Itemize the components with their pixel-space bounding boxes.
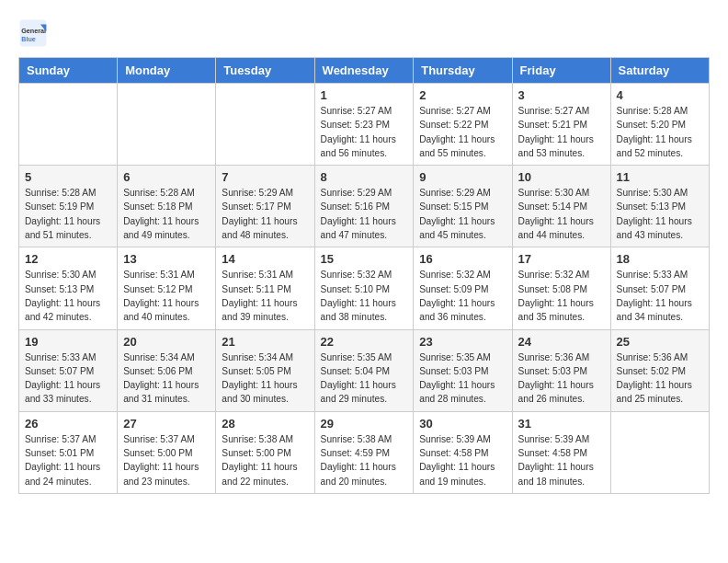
calendar-cell: 30 Sunrise: 5:39 AMSunset: 4:58 PMDaylig… xyxy=(414,411,512,493)
column-header-tuesday: Tuesday xyxy=(216,58,314,84)
column-header-friday: Friday xyxy=(512,58,610,84)
day-number: 16 xyxy=(419,252,506,266)
day-number: 22 xyxy=(321,335,408,349)
day-info: Sunrise: 5:33 AMSunset: 5:07 PMDaylight:… xyxy=(617,270,692,322)
day-info: Sunrise: 5:28 AMSunset: 5:18 PMDaylight:… xyxy=(123,188,199,240)
calendar-cell: 3 Sunrise: 5:27 AMSunset: 5:21 PMDayligh… xyxy=(512,84,610,166)
day-info: Sunrise: 5:35 AMSunset: 5:03 PMDaylight:… xyxy=(419,352,495,405)
day-number: 10 xyxy=(518,170,605,184)
day-info: Sunrise: 5:28 AMSunset: 5:20 PMDaylight:… xyxy=(617,106,692,158)
day-info: Sunrise: 5:34 AMSunset: 5:06 PMDaylight:… xyxy=(123,352,199,405)
day-info: Sunrise: 5:38 AMSunset: 5:00 PMDaylight:… xyxy=(222,434,297,487)
day-number: 27 xyxy=(123,417,210,431)
calendar-cell: 19 Sunrise: 5:33 AMSunset: 5:07 PMDaylig… xyxy=(19,329,118,411)
day-info: Sunrise: 5:29 AMSunset: 5:17 PMDaylight:… xyxy=(222,188,297,240)
day-info: Sunrise: 5:30 AMSunset: 5:14 PMDaylight:… xyxy=(518,188,594,240)
day-info: Sunrise: 5:36 AMSunset: 5:02 PMDaylight:… xyxy=(617,352,692,405)
calendar-cell: 16 Sunrise: 5:32 AMSunset: 5:09 PMDaylig… xyxy=(414,247,512,329)
calendar-week-row: 12 Sunrise: 5:30 AMSunset: 5:13 PMDaylig… xyxy=(19,247,710,329)
calendar-cell: 18 Sunrise: 5:33 AMSunset: 5:07 PMDaylig… xyxy=(610,247,709,329)
page-header: General Blue xyxy=(18,18,710,48)
day-number: 15 xyxy=(321,252,408,266)
calendar-week-row: 19 Sunrise: 5:33 AMSunset: 5:07 PMDaylig… xyxy=(19,329,710,411)
calendar-header-row: SundayMondayTuesdayWednesdayThursdayFrid… xyxy=(19,58,710,84)
day-info: Sunrise: 5:34 AMSunset: 5:05 PMDaylight:… xyxy=(222,352,297,405)
day-number: 29 xyxy=(321,417,408,431)
calendar-cell: 1 Sunrise: 5:27 AMSunset: 5:23 PMDayligh… xyxy=(314,84,414,166)
day-info: Sunrise: 5:39 AMSunset: 4:58 PMDaylight:… xyxy=(518,434,594,487)
logo-icon: General Blue xyxy=(18,18,48,48)
day-number: 19 xyxy=(25,335,111,349)
calendar-cell: 21 Sunrise: 5:34 AMSunset: 5:05 PMDaylig… xyxy=(216,329,314,411)
calendar-table: SundayMondayTuesdayWednesdayThursdayFrid… xyxy=(18,57,710,494)
calendar-cell xyxy=(610,411,709,493)
day-number: 14 xyxy=(222,252,308,266)
day-info: Sunrise: 5:29 AMSunset: 5:16 PMDaylight:… xyxy=(321,188,396,240)
svg-text:General: General xyxy=(21,27,46,35)
day-number: 5 xyxy=(25,170,111,184)
day-number: 17 xyxy=(518,252,605,266)
calendar-cell: 17 Sunrise: 5:32 AMSunset: 5:08 PMDaylig… xyxy=(512,247,610,329)
day-info: Sunrise: 5:31 AMSunset: 5:11 PMDaylight:… xyxy=(222,270,297,322)
calendar-cell: 29 Sunrise: 5:38 AMSunset: 4:59 PMDaylig… xyxy=(314,411,414,493)
calendar-cell: 26 Sunrise: 5:37 AMSunset: 5:01 PMDaylig… xyxy=(19,411,118,493)
day-info: Sunrise: 5:30 AMSunset: 5:13 PMDaylight:… xyxy=(25,270,100,322)
calendar-cell xyxy=(118,84,216,166)
calendar-cell: 6 Sunrise: 5:28 AMSunset: 5:18 PMDayligh… xyxy=(118,166,216,247)
day-number: 28 xyxy=(222,417,308,431)
calendar-week-row: 5 Sunrise: 5:28 AMSunset: 5:19 PMDayligh… xyxy=(19,166,710,247)
calendar-cell: 15 Sunrise: 5:32 AMSunset: 5:10 PMDaylig… xyxy=(314,247,414,329)
day-info: Sunrise: 5:38 AMSunset: 4:59 PMDaylight:… xyxy=(321,434,396,487)
day-info: Sunrise: 5:39 AMSunset: 4:58 PMDaylight:… xyxy=(419,434,495,487)
calendar-cell: 25 Sunrise: 5:36 AMSunset: 5:02 PMDaylig… xyxy=(610,329,709,411)
day-number: 30 xyxy=(419,417,506,431)
calendar-cell: 27 Sunrise: 5:37 AMSunset: 5:00 PMDaylig… xyxy=(118,411,216,493)
day-number: 21 xyxy=(222,335,308,349)
day-number: 4 xyxy=(617,88,703,102)
calendar-cell: 11 Sunrise: 5:30 AMSunset: 5:13 PMDaylig… xyxy=(610,166,709,247)
day-number: 7 xyxy=(222,170,308,184)
calendar-cell: 10 Sunrise: 5:30 AMSunset: 5:14 PMDaylig… xyxy=(512,166,610,247)
day-info: Sunrise: 5:37 AMSunset: 5:00 PMDaylight:… xyxy=(123,434,199,487)
day-info: Sunrise: 5:36 AMSunset: 5:03 PMDaylight:… xyxy=(518,352,594,405)
day-info: Sunrise: 5:37 AMSunset: 5:01 PMDaylight:… xyxy=(25,434,100,487)
day-number: 11 xyxy=(617,170,703,184)
column-header-wednesday: Wednesday xyxy=(314,58,414,84)
day-number: 26 xyxy=(25,417,111,431)
day-info: Sunrise: 5:35 AMSunset: 5:04 PMDaylight:… xyxy=(321,352,396,405)
day-info: Sunrise: 5:27 AMSunset: 5:23 PMDaylight:… xyxy=(321,106,396,158)
svg-text:Blue: Blue xyxy=(21,35,36,43)
day-number: 1 xyxy=(321,88,408,102)
day-info: Sunrise: 5:32 AMSunset: 5:09 PMDaylight:… xyxy=(419,270,495,322)
calendar-cell: 14 Sunrise: 5:31 AMSunset: 5:11 PMDaylig… xyxy=(216,247,314,329)
calendar-cell: 9 Sunrise: 5:29 AMSunset: 5:15 PMDayligh… xyxy=(414,166,512,247)
calendar-cell: 28 Sunrise: 5:38 AMSunset: 5:00 PMDaylig… xyxy=(216,411,314,493)
day-number: 24 xyxy=(518,335,605,349)
day-info: Sunrise: 5:30 AMSunset: 5:13 PMDaylight:… xyxy=(617,188,692,240)
day-info: Sunrise: 5:32 AMSunset: 5:10 PMDaylight:… xyxy=(321,270,396,322)
calendar-week-row: 1 Sunrise: 5:27 AMSunset: 5:23 PMDayligh… xyxy=(19,84,710,166)
day-number: 6 xyxy=(123,170,210,184)
calendar-cell: 24 Sunrise: 5:36 AMSunset: 5:03 PMDaylig… xyxy=(512,329,610,411)
day-number: 12 xyxy=(25,252,111,266)
day-number: 23 xyxy=(419,335,506,349)
day-info: Sunrise: 5:31 AMSunset: 5:12 PMDaylight:… xyxy=(123,270,199,322)
day-info: Sunrise: 5:28 AMSunset: 5:19 PMDaylight:… xyxy=(25,188,100,240)
column-header-monday: Monday xyxy=(118,58,216,84)
day-number: 13 xyxy=(123,252,210,266)
day-number: 3 xyxy=(518,88,605,102)
calendar-cell: 20 Sunrise: 5:34 AMSunset: 5:06 PMDaylig… xyxy=(118,329,216,411)
day-info: Sunrise: 5:32 AMSunset: 5:08 PMDaylight:… xyxy=(518,270,594,322)
calendar-cell: 5 Sunrise: 5:28 AMSunset: 5:19 PMDayligh… xyxy=(19,166,118,247)
calendar-week-row: 26 Sunrise: 5:37 AMSunset: 5:01 PMDaylig… xyxy=(19,411,710,493)
calendar-cell: 2 Sunrise: 5:27 AMSunset: 5:22 PMDayligh… xyxy=(414,84,512,166)
day-info: Sunrise: 5:29 AMSunset: 5:15 PMDaylight:… xyxy=(419,188,495,240)
calendar-cell xyxy=(19,84,118,166)
day-number: 20 xyxy=(123,335,210,349)
day-info: Sunrise: 5:27 AMSunset: 5:22 PMDaylight:… xyxy=(419,106,495,158)
column-header-saturday: Saturday xyxy=(610,58,709,84)
calendar-cell: 12 Sunrise: 5:30 AMSunset: 5:13 PMDaylig… xyxy=(19,247,118,329)
day-number: 8 xyxy=(321,170,408,184)
logo: General Blue xyxy=(18,18,53,48)
column-header-thursday: Thursday xyxy=(414,58,512,84)
